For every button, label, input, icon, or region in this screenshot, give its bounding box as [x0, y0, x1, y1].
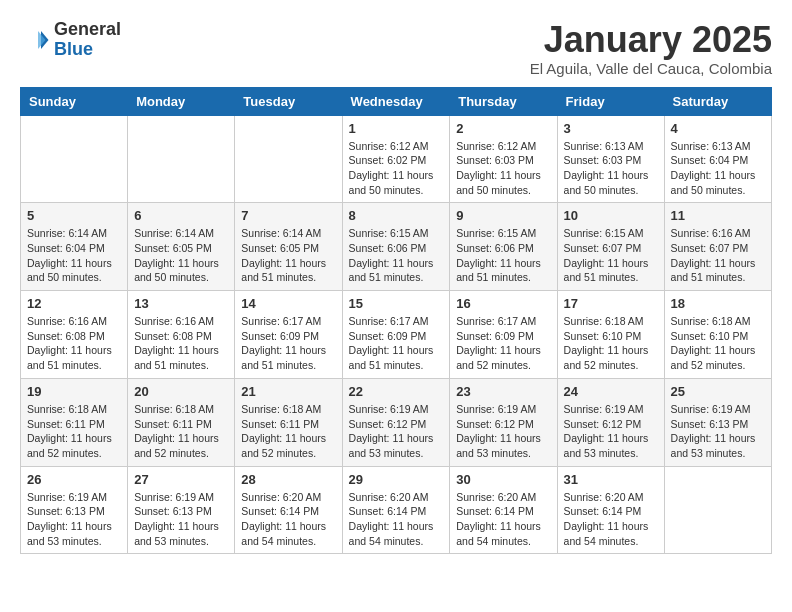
- weekday-header-thursday: Thursday: [450, 87, 557, 115]
- day-info: Sunrise: 6:14 AMSunset: 6:04 PMDaylight:…: [27, 226, 121, 285]
- day-info: Sunrise: 6:16 AMSunset: 6:08 PMDaylight:…: [27, 314, 121, 373]
- day-info: Sunrise: 6:20 AMSunset: 6:14 PMDaylight:…: [349, 490, 444, 549]
- day-info: Sunrise: 6:20 AMSunset: 6:14 PMDaylight:…: [241, 490, 335, 549]
- weekday-header-tuesday: Tuesday: [235, 87, 342, 115]
- calendar-week-row: 5 Sunrise: 6:14 AMSunset: 6:04 PMDayligh…: [21, 203, 772, 291]
- calendar-cell: 24 Sunrise: 6:19 AMSunset: 6:12 PMDaylig…: [557, 378, 664, 466]
- day-info: Sunrise: 6:13 AMSunset: 6:03 PMDaylight:…: [564, 139, 658, 198]
- day-number: 29: [349, 472, 444, 487]
- day-info: Sunrise: 6:15 AMSunset: 6:06 PMDaylight:…: [349, 226, 444, 285]
- day-number: 16: [456, 296, 550, 311]
- calendar-cell: 4 Sunrise: 6:13 AMSunset: 6:04 PMDayligh…: [664, 115, 771, 203]
- calendar-cell: 8 Sunrise: 6:15 AMSunset: 6:06 PMDayligh…: [342, 203, 450, 291]
- logo-text: General Blue: [54, 20, 121, 60]
- logo-icon: [20, 25, 50, 55]
- day-number: 30: [456, 472, 550, 487]
- month-title: January 2025: [530, 20, 772, 60]
- calendar-cell: 16 Sunrise: 6:17 AMSunset: 6:09 PMDaylig…: [450, 291, 557, 379]
- day-info: Sunrise: 6:18 AMSunset: 6:10 PMDaylight:…: [564, 314, 658, 373]
- calendar-cell: 28 Sunrise: 6:20 AMSunset: 6:14 PMDaylig…: [235, 466, 342, 554]
- calendar-week-row: 12 Sunrise: 6:16 AMSunset: 6:08 PMDaylig…: [21, 291, 772, 379]
- weekday-header-row: SundayMondayTuesdayWednesdayThursdayFrid…: [21, 87, 772, 115]
- day-number: 25: [671, 384, 765, 399]
- title-area: January 2025 El Aguila, Valle del Cauca,…: [530, 20, 772, 77]
- day-number: 18: [671, 296, 765, 311]
- calendar-table: SundayMondayTuesdayWednesdayThursdayFrid…: [20, 87, 772, 555]
- calendar-cell: 20 Sunrise: 6:18 AMSunset: 6:11 PMDaylig…: [128, 378, 235, 466]
- calendar-cell: 1 Sunrise: 6:12 AMSunset: 6:02 PMDayligh…: [342, 115, 450, 203]
- day-number: 8: [349, 208, 444, 223]
- day-number: 14: [241, 296, 335, 311]
- day-info: Sunrise: 6:19 AMSunset: 6:13 PMDaylight:…: [27, 490, 121, 549]
- logo-general-text: General: [54, 20, 121, 40]
- calendar-cell: 26 Sunrise: 6:19 AMSunset: 6:13 PMDaylig…: [21, 466, 128, 554]
- day-number: 4: [671, 121, 765, 136]
- day-number: 6: [134, 208, 228, 223]
- calendar-week-row: 1 Sunrise: 6:12 AMSunset: 6:02 PMDayligh…: [21, 115, 772, 203]
- day-info: Sunrise: 6:19 AMSunset: 6:13 PMDaylight:…: [134, 490, 228, 549]
- day-info: Sunrise: 6:18 AMSunset: 6:11 PMDaylight:…: [134, 402, 228, 461]
- day-number: 17: [564, 296, 658, 311]
- day-info: Sunrise: 6:13 AMSunset: 6:04 PMDaylight:…: [671, 139, 765, 198]
- day-info: Sunrise: 6:18 AMSunset: 6:11 PMDaylight:…: [241, 402, 335, 461]
- calendar-cell: 12 Sunrise: 6:16 AMSunset: 6:08 PMDaylig…: [21, 291, 128, 379]
- day-info: Sunrise: 6:19 AMSunset: 6:12 PMDaylight:…: [456, 402, 550, 461]
- calendar-cell: 13 Sunrise: 6:16 AMSunset: 6:08 PMDaylig…: [128, 291, 235, 379]
- day-number: 15: [349, 296, 444, 311]
- calendar-cell: 7 Sunrise: 6:14 AMSunset: 6:05 PMDayligh…: [235, 203, 342, 291]
- day-info: Sunrise: 6:17 AMSunset: 6:09 PMDaylight:…: [456, 314, 550, 373]
- day-info: Sunrise: 6:20 AMSunset: 6:14 PMDaylight:…: [564, 490, 658, 549]
- logo-blue-text: Blue: [54, 40, 121, 60]
- calendar-cell: 5 Sunrise: 6:14 AMSunset: 6:04 PMDayligh…: [21, 203, 128, 291]
- calendar-cell: 3 Sunrise: 6:13 AMSunset: 6:03 PMDayligh…: [557, 115, 664, 203]
- day-info: Sunrise: 6:19 AMSunset: 6:12 PMDaylight:…: [349, 402, 444, 461]
- weekday-header-friday: Friday: [557, 87, 664, 115]
- day-number: 20: [134, 384, 228, 399]
- calendar-cell: 30 Sunrise: 6:20 AMSunset: 6:14 PMDaylig…: [450, 466, 557, 554]
- day-number: 24: [564, 384, 658, 399]
- day-info: Sunrise: 6:14 AMSunset: 6:05 PMDaylight:…: [134, 226, 228, 285]
- day-number: 27: [134, 472, 228, 487]
- day-number: 7: [241, 208, 335, 223]
- calendar-cell: 6 Sunrise: 6:14 AMSunset: 6:05 PMDayligh…: [128, 203, 235, 291]
- calendar-cell: 22 Sunrise: 6:19 AMSunset: 6:12 PMDaylig…: [342, 378, 450, 466]
- calendar-week-row: 26 Sunrise: 6:19 AMSunset: 6:13 PMDaylig…: [21, 466, 772, 554]
- day-number: 31: [564, 472, 658, 487]
- calendar-week-row: 19 Sunrise: 6:18 AMSunset: 6:11 PMDaylig…: [21, 378, 772, 466]
- day-number: 22: [349, 384, 444, 399]
- day-info: Sunrise: 6:17 AMSunset: 6:09 PMDaylight:…: [349, 314, 444, 373]
- calendar-cell: [128, 115, 235, 203]
- calendar-cell: 17 Sunrise: 6:18 AMSunset: 6:10 PMDaylig…: [557, 291, 664, 379]
- day-number: 23: [456, 384, 550, 399]
- day-number: 11: [671, 208, 765, 223]
- day-number: 12: [27, 296, 121, 311]
- weekday-header-wednesday: Wednesday: [342, 87, 450, 115]
- calendar-cell: 31 Sunrise: 6:20 AMSunset: 6:14 PMDaylig…: [557, 466, 664, 554]
- day-info: Sunrise: 6:12 AMSunset: 6:03 PMDaylight:…: [456, 139, 550, 198]
- day-info: Sunrise: 6:16 AMSunset: 6:08 PMDaylight:…: [134, 314, 228, 373]
- calendar-cell: 19 Sunrise: 6:18 AMSunset: 6:11 PMDaylig…: [21, 378, 128, 466]
- calendar-cell: 15 Sunrise: 6:17 AMSunset: 6:09 PMDaylig…: [342, 291, 450, 379]
- day-number: 21: [241, 384, 335, 399]
- calendar-cell: [21, 115, 128, 203]
- day-info: Sunrise: 6:18 AMSunset: 6:11 PMDaylight:…: [27, 402, 121, 461]
- calendar-cell: 18 Sunrise: 6:18 AMSunset: 6:10 PMDaylig…: [664, 291, 771, 379]
- day-number: 28: [241, 472, 335, 487]
- day-info: Sunrise: 6:19 AMSunset: 6:13 PMDaylight:…: [671, 402, 765, 461]
- logo: General Blue: [20, 20, 121, 60]
- day-number: 19: [27, 384, 121, 399]
- day-info: Sunrise: 6:14 AMSunset: 6:05 PMDaylight:…: [241, 226, 335, 285]
- calendar-cell: 23 Sunrise: 6:19 AMSunset: 6:12 PMDaylig…: [450, 378, 557, 466]
- day-number: 13: [134, 296, 228, 311]
- day-number: 5: [27, 208, 121, 223]
- calendar-cell: 25 Sunrise: 6:19 AMSunset: 6:13 PMDaylig…: [664, 378, 771, 466]
- day-info: Sunrise: 6:20 AMSunset: 6:14 PMDaylight:…: [456, 490, 550, 549]
- calendar-cell: 21 Sunrise: 6:18 AMSunset: 6:11 PMDaylig…: [235, 378, 342, 466]
- day-info: Sunrise: 6:18 AMSunset: 6:10 PMDaylight:…: [671, 314, 765, 373]
- calendar-cell: [235, 115, 342, 203]
- day-number: 9: [456, 208, 550, 223]
- day-number: 10: [564, 208, 658, 223]
- day-info: Sunrise: 6:15 AMSunset: 6:07 PMDaylight:…: [564, 226, 658, 285]
- day-info: Sunrise: 6:17 AMSunset: 6:09 PMDaylight:…: [241, 314, 335, 373]
- day-info: Sunrise: 6:19 AMSunset: 6:12 PMDaylight:…: [564, 402, 658, 461]
